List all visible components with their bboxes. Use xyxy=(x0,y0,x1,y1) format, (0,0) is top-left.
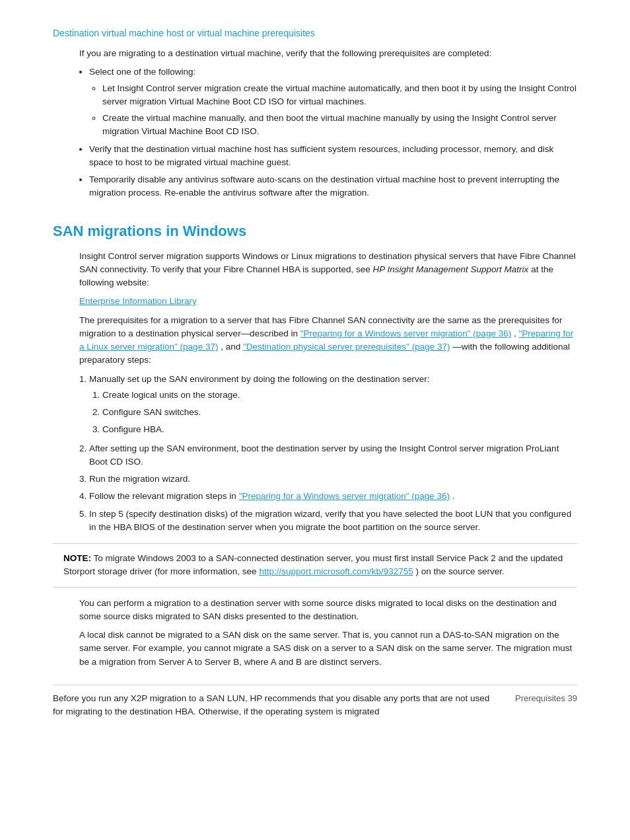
sub-list-item: Create logical units on the storage. xyxy=(102,389,577,402)
sub-list-item: Let Insight Control server migration cre… xyxy=(102,82,577,109)
bullet-text-1: Select one of the following: xyxy=(89,67,195,77)
footer-page-number: Prerequisites 39 xyxy=(515,692,577,705)
sub-list-item: Create the virtual machine manually, and… xyxy=(102,112,577,139)
note-text-end: ) on the source server. xyxy=(416,566,505,576)
note-box: NOTE: To migrate Windows 2003 to a SAN-c… xyxy=(53,543,577,588)
san-step4-end: . xyxy=(452,491,455,501)
san-heading: SAN migrations in Windows xyxy=(53,220,577,242)
footer-row: Before you run any X2P migration to a SA… xyxy=(53,692,577,724)
page: Destination virtual machine host or virt… xyxy=(0,0,630,840)
sub-bullet-numbered-1: Create logical units on the storage. Con… xyxy=(102,389,577,437)
section-intro: If you are migrating to a destination vi… xyxy=(79,47,577,60)
san-prereq-para: The prerequisites for a migration to a s… xyxy=(79,314,577,367)
section-bullet-list: Select one of the following: Let Insight… xyxy=(89,65,577,200)
note-link[interactable]: http://support.microsoft.com/kb/932755 xyxy=(259,566,413,576)
numbered-item-1: Manually set up the SAN environment by d… xyxy=(89,373,577,437)
numbered-item-4: Follow the relevant migration steps in "… xyxy=(89,490,577,503)
sub-bullet-list-1: Let Insight Control server migration cre… xyxy=(102,82,577,139)
san-link1[interactable]: "Preparing for a Windows server migratio… xyxy=(300,328,511,338)
san-numbered-list: Manually set up the SAN environment by d… xyxy=(89,373,577,535)
section-heading: Destination virtual machine host or virt… xyxy=(53,26,577,40)
sub-list-item: Configure HBA. xyxy=(102,423,577,436)
list-item: Temporarily disable any antivirus softwa… xyxy=(89,173,577,200)
numbered-item-5: In step 5 (specify destination disks) of… xyxy=(89,508,577,535)
numbered-item-2: After setting up the SAN environment, bo… xyxy=(89,442,577,469)
numbered-item-3: Run the migration wizard. xyxy=(89,473,577,486)
numbered-text-4: Follow the relevant migration steps in xyxy=(89,491,236,501)
san-intro-para: Insight Control server migration support… xyxy=(79,250,577,290)
para1: You can perform a migration to a destina… xyxy=(79,597,577,624)
san-link-para: Enterprise Information Library xyxy=(79,295,577,308)
numbered-text-1: Manually set up the SAN environment by d… xyxy=(89,374,430,384)
footer-text: Before you run any X2P migration to a SA… xyxy=(53,692,495,719)
para2: A local disk cannot be migrated to a SAN… xyxy=(79,629,577,669)
san-and: , and xyxy=(221,342,240,352)
list-item: Verify that the destination virtual mach… xyxy=(89,143,577,170)
enterprise-library-link[interactable]: Enterprise Information Library xyxy=(79,296,197,306)
san-step4-link[interactable]: "Preparing for a Windows server migratio… xyxy=(239,491,450,501)
san-link3[interactable]: "Destination physical server prerequisit… xyxy=(243,342,450,352)
sub-list-item: Configure SAN switches. xyxy=(102,406,577,419)
san-intro-italic: HP Insight Management Support Matrix xyxy=(372,264,528,274)
note-label: NOTE: xyxy=(63,553,91,563)
list-item: Select one of the following: Let Insight… xyxy=(89,65,577,138)
footer-area: Before you run any X2P migration to a SA… xyxy=(53,685,577,724)
